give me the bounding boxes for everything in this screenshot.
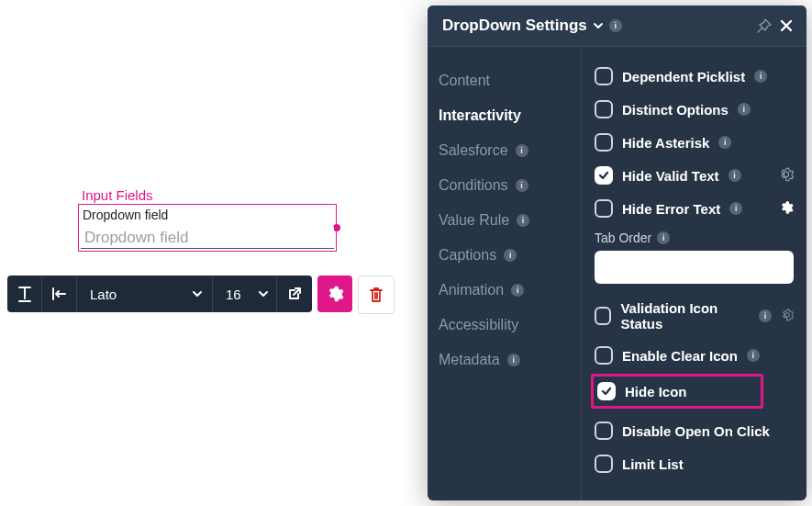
settings-button[interactable] <box>317 275 352 312</box>
option-label: Distinct Options <box>622 102 729 118</box>
info-icon[interactable]: i <box>754 70 767 83</box>
checkbox[interactable] <box>595 100 613 118</box>
align-left-button[interactable] <box>42 275 77 312</box>
nav-label: Animation <box>439 282 504 298</box>
font-size-value: 16 <box>226 287 241 302</box>
option-label: Hide Icon <box>625 384 687 399</box>
label-text: Tab Order <box>595 231 651 245</box>
checkbox[interactable] <box>595 422 613 440</box>
settings-panel: DropDown Settings i Content Interactivit… <box>428 6 806 500</box>
option-dependent-picklist: Dependent Picklist i <box>595 60 794 93</box>
info-icon[interactable]: i <box>738 103 751 116</box>
open-external-button[interactable] <box>277 275 312 312</box>
option-hide-icon: Hide Icon <box>597 380 687 402</box>
nav-label: Conditions <box>439 177 508 194</box>
font-family-select[interactable]: Lato <box>77 275 213 312</box>
checkbox[interactable] <box>595 307 611 325</box>
nav-label: Content <box>439 73 490 89</box>
group-label: Input Fields <box>82 187 153 203</box>
text-underline-button[interactable] <box>7 275 42 312</box>
nav-metadata[interactable]: Metadatai <box>428 343 581 377</box>
info-icon[interactable]: i <box>507 354 520 366</box>
gear-icon <box>779 200 794 215</box>
nav-accessibility[interactable]: Accessibility <box>428 308 581 343</box>
pin-button[interactable] <box>753 15 775 37</box>
option-label: Hide Valid Text <box>622 168 719 184</box>
info-icon[interactable]: i <box>516 179 528 192</box>
option-limit-list: Limit List <box>595 447 794 480</box>
option-validation-icon-status: Validation Icon Status i <box>595 293 794 339</box>
nav-animation[interactable]: Animationi <box>428 273 581 308</box>
option-label: Enable Clear Icon <box>622 348 738 364</box>
options-list: Dependent Picklist i Distinct Options i … <box>582 47 806 500</box>
option-label: Disable Open On Click <box>622 423 770 439</box>
text-icon <box>17 286 32 302</box>
dropdown-field-input[interactable] <box>81 227 334 249</box>
nav-captions[interactable]: Captionsi <box>428 238 581 273</box>
option-label: Validation Icon Status <box>620 300 750 332</box>
nav-value-rule[interactable]: Value Rulei <box>428 203 581 238</box>
info-icon[interactable]: i <box>729 202 742 215</box>
option-hide-valid-text: Hide Valid Text i <box>595 159 794 192</box>
info-icon[interactable]: i <box>511 284 524 297</box>
gear-icon <box>326 285 344 303</box>
tab-order-input[interactable] <box>595 251 794 284</box>
checkbox[interactable] <box>595 133 613 152</box>
checkbox[interactable] <box>595 455 613 473</box>
option-enable-clear-icon: Enable Clear Icon i <box>595 339 794 372</box>
info-icon[interactable]: i <box>504 249 517 262</box>
delete-button[interactable] <box>358 275 395 314</box>
resize-handle-right[interactable] <box>333 224 340 231</box>
tab-order-label: Tab Order i <box>595 225 794 245</box>
external-link-icon <box>287 287 302 301</box>
nav-conditions[interactable]: Conditionsi <box>428 168 581 203</box>
configure-button[interactable] <box>781 309 794 324</box>
option-distinct-options: Distinct Options i <box>595 93 794 126</box>
chevron-down-icon <box>593 20 604 31</box>
font-family-value: Lato <box>90 287 117 302</box>
info-icon[interactable]: i <box>747 349 760 362</box>
nav-interactivity[interactable]: Interactivity <box>428 98 581 133</box>
nav-label: Interactivity <box>439 107 521 124</box>
info-icon[interactable]: i <box>657 231 670 244</box>
configure-button[interactable] <box>779 167 794 185</box>
close-button[interactable] <box>775 15 797 37</box>
panel-title-text: DropDown Settings <box>442 17 587 35</box>
nav-content[interactable]: Content <box>428 63 581 98</box>
nav-label: Captions <box>439 247 496 264</box>
checkbox[interactable] <box>595 199 613 218</box>
checkbox[interactable] <box>595 346 613 365</box>
info-icon[interactable]: i <box>517 214 529 227</box>
highlighted-option: Hide Icon <box>591 374 763 409</box>
option-disable-open-on-click: Disable Open On Click <box>595 414 794 447</box>
panel-header: DropDown Settings i <box>428 6 806 47</box>
nav-label: Metadata <box>439 352 500 368</box>
info-icon[interactable]: i <box>729 169 741 182</box>
option-label: Hide Error Text <box>622 201 720 217</box>
option-label: Dependent Picklist <box>622 69 745 84</box>
dropdown-field-frame[interactable]: Dropdown field <box>78 204 337 252</box>
font-size-select[interactable]: 16 <box>213 275 277 312</box>
close-icon <box>779 18 794 33</box>
info-icon[interactable]: i <box>759 309 772 322</box>
checkbox[interactable] <box>597 382 616 400</box>
nav-label: Accessibility <box>439 317 518 333</box>
gear-icon <box>781 309 794 321</box>
trash-icon <box>369 287 384 303</box>
configure-button[interactable] <box>779 200 794 218</box>
info-icon[interactable]: i <box>609 19 622 32</box>
align-left-icon <box>51 287 68 301</box>
checkbox[interactable] <box>595 166 613 185</box>
panel-title-dropdown[interactable]: DropDown Settings i <box>442 17 622 35</box>
checkbox[interactable] <box>595 67 613 85</box>
nav-salesforce[interactable]: Salesforcei <box>428 133 581 168</box>
info-icon[interactable]: i <box>718 136 731 149</box>
chevron-down-icon <box>192 288 203 299</box>
option-label: Hide Asterisk <box>622 135 709 151</box>
option-hide-error-text: Hide Error Text i <box>595 192 794 225</box>
settings-side-nav: Content Interactivity Salesforcei Condit… <box>428 47 582 500</box>
option-hide-asterisk: Hide Asterisk i <box>595 126 794 159</box>
nav-label: Value Rule <box>439 212 509 229</box>
info-icon[interactable]: i <box>516 144 528 157</box>
option-label: Limit List <box>622 456 684 472</box>
